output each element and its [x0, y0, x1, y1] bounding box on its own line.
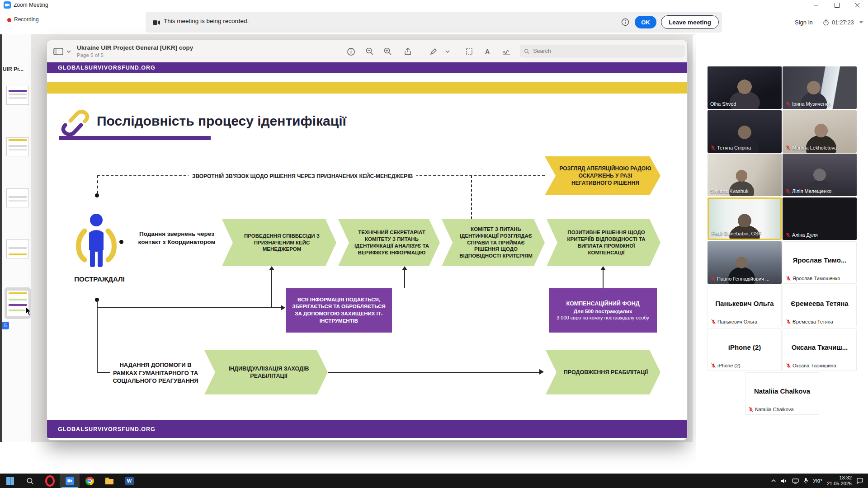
participant-caption: iPhone (2)	[711, 363, 741, 368]
participant-tile[interactable]: Ярослав Тимо... Ярослав Тимошенко	[783, 241, 857, 284]
connector-line	[328, 372, 540, 373]
signature-icon[interactable]	[501, 47, 511, 56]
selection-icon[interactable]	[464, 47, 474, 56]
meeting-header: Recording This meeting is being recorded…	[0, 10, 868, 35]
close-button[interactable]	[847, 0, 868, 10]
participant-tile[interactable]: Лілія Мелещенко	[783, 154, 857, 196]
participant-tile[interactable]: Maryna Lekholetova	[783, 110, 857, 153]
title-underline	[59, 136, 211, 140]
thumbnail-sidebar: UIR Pr... 5	[2, 34, 31, 442]
participant-tile[interactable]: Nataliia Chalkova Nataliia Chalkova	[745, 372, 819, 415]
search-input[interactable]	[532, 47, 680, 55]
zoom-icon	[66, 477, 74, 485]
language-indicator[interactable]: УКР	[813, 478, 822, 483]
participant-tile[interactable]: Тетяна Спіріна	[708, 110, 782, 153]
info-icon[interactable]	[621, 18, 629, 28]
mic-muted-icon	[786, 319, 791, 324]
meeting-timer: 01:27:23	[832, 19, 854, 26]
share-icon[interactable]	[403, 47, 413, 56]
participant-tile[interactable]: Svitlana Kvashuk	[708, 154, 782, 196]
participant-name: Оксана Ткачиш...	[783, 343, 856, 351]
markup-pen-icon[interactable]	[429, 47, 439, 56]
minimize-button[interactable]	[806, 0, 826, 10]
gsf-logo	[58, 108, 93, 138]
tray-date: 21.05.2025	[827, 481, 852, 487]
timer-dropdown-icon[interactable]	[859, 21, 863, 23]
page-thumbnail[interactable]	[6, 137, 29, 156]
participant-tile[interactable]: Панькевич Ольга Панькевич Ольга	[708, 285, 782, 327]
taskbar-search-button[interactable]	[20, 474, 40, 488]
fund-title: КОМПЕНСАЦІЙНИЙ ФОНД	[566, 300, 639, 307]
taskbar-opera[interactable]	[40, 474, 60, 488]
window-title: Zoom Meeting	[14, 2, 48, 8]
page-indicator: Page 5 of 5	[77, 52, 104, 58]
participant-tile[interactable]: Павло Геннадійович ...	[708, 241, 782, 284]
participant-caption: Панькевич Ольга	[711, 319, 757, 324]
sidebar-toggle-icon[interactable]	[53, 47, 63, 56]
participant-caption: Лілія Мелещенко	[785, 188, 831, 194]
participant-tile-active-speaker[interactable]: Fedir Dunebabin, GSF	[708, 197, 782, 240]
participant-tile[interactable]: Olha Shved	[708, 66, 782, 109]
individualization-step: ІНДИВІДУАЛІЗАЦІЯ ЗАХОДІВ РЕАБІЛІТАЦІЇ	[204, 350, 328, 394]
slide-title: Послідовність процесу ідентифікації	[97, 113, 440, 129]
search-field[interactable]	[520, 45, 684, 57]
page-thumbnail[interactable]	[6, 239, 29, 258]
volume-icon[interactable]	[781, 478, 788, 484]
mic-muted-icon	[785, 232, 791, 238]
participant-tile[interactable]: Аліна Дуля	[783, 197, 857, 240]
participant-caption: Svitlana Kvashuk	[710, 188, 748, 194]
prev-page-footer-band: GLOBALSURVIVORSFUND.ORG	[47, 62, 687, 73]
page-thumbnail[interactable]	[6, 86, 29, 105]
sign-in-link[interactable]: Sign in	[795, 19, 813, 26]
taskbar-file-explorer[interactable]	[99, 474, 119, 488]
mic-muted-icon	[785, 145, 791, 150]
zoom-in-icon[interactable]	[383, 47, 393, 56]
info-icon[interactable]	[346, 47, 356, 56]
leave-meeting-button[interactable]: Leave meeting	[661, 15, 719, 29]
zoom-out-icon[interactable]	[365, 47, 375, 56]
slide-footer-band: GLOBALSURVIVORSFUND.ORG	[47, 420, 687, 438]
zoom-app-icon	[4, 1, 11, 9]
participant-caption: Павло Геннадійович ...	[710, 276, 769, 282]
participant-tile[interactable]: Ірина Музиченко	[783, 66, 857, 109]
tray-mic-icon[interactable]	[803, 478, 808, 484]
markup-caret-icon[interactable]	[445, 47, 450, 56]
appeal-box: РОЗГЛЯД АПЕЛЯЦІЙНОЮ РАДОЮ ОСКАРЖЕНЬ У РА…	[545, 156, 660, 195]
search-icon	[524, 48, 529, 54]
svg-text:A: A	[485, 48, 490, 55]
mic-muted-icon	[785, 188, 791, 194]
taskbar-zoom-active[interactable]	[60, 474, 80, 488]
connector-line	[404, 270, 405, 288]
survivor-person-icon	[75, 212, 117, 272]
participant-caption: Ірина Музиченко	[785, 101, 831, 107]
participant-tile[interactable]: Оксана Ткачиш... Оксана Ткачишина	[783, 328, 857, 371]
connector-line	[271, 270, 272, 308]
taskbar-chrome[interactable]	[80, 474, 99, 488]
mic-muted-icon	[711, 363, 716, 368]
process-step-1: ПРОВЕДЕННЯ СПІВБЕСІДИ З ПРИЗНАЧЕНИМ КЕЙС…	[222, 219, 336, 266]
tray-expand-icon[interactable]	[771, 479, 776, 483]
taskbar-word[interactable]: W	[119, 474, 139, 488]
participant-tile[interactable]: iPhone (2) iPhone (2)	[708, 328, 782, 371]
survivors-label: ПОСТРАЖДАЛІ	[60, 275, 139, 283]
ok-button[interactable]: OK	[635, 16, 656, 28]
notification-center-icon[interactable]	[856, 478, 863, 484]
participant-caption: Єремеева Тетяна	[786, 319, 833, 324]
clock[interactable]: 13:32 21.05.2025	[827, 475, 852, 487]
arrowhead	[539, 369, 544, 375]
start-button[interactable]	[0, 474, 20, 488]
feedback-branch-line	[471, 175, 472, 219]
windows-logo-icon	[6, 477, 14, 485]
display-cast-icon[interactable]	[792, 478, 799, 484]
sidebar-caret-icon[interactable]	[66, 47, 71, 56]
timer-icon	[823, 19, 829, 28]
maximize-button[interactable]	[826, 0, 847, 10]
mic-muted-icon	[710, 145, 716, 150]
text-tool-icon[interactable]: A	[482, 47, 492, 56]
page-thumbnail[interactable]	[6, 188, 29, 207]
viewer-toolbar: Ukraine UIR Project General [UKR] copy P…	[47, 40, 687, 63]
participant-tile[interactable]: Єремеева Тетяна Єремеева Тетяна	[783, 285, 857, 327]
opera-icon	[45, 475, 55, 487]
participant-caption: Nataliia Chalkova	[748, 407, 794, 412]
arrowhead	[402, 266, 407, 270]
